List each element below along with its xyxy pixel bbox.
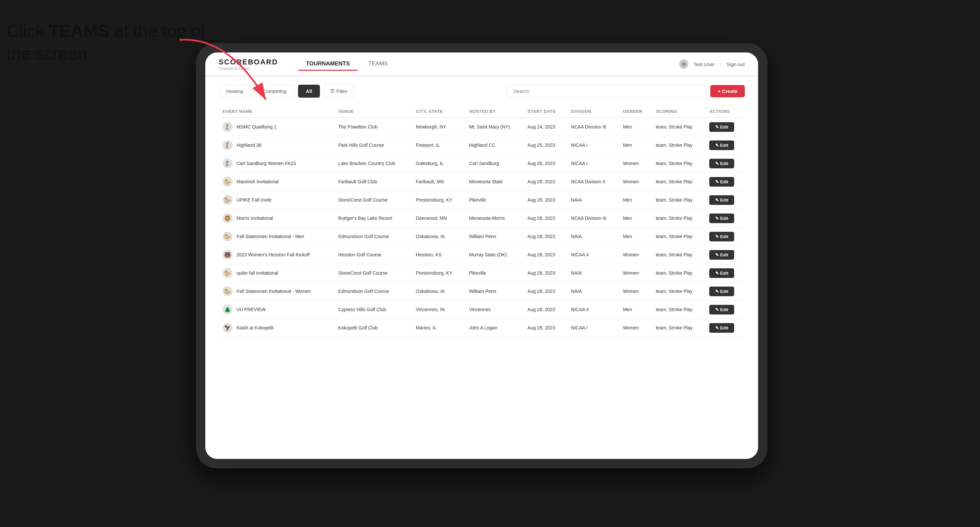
cell-city: Faribault, MN: [412, 173, 465, 191]
table-row: 🦅 Klash at Kokopelli Kokopelli Golf Club…: [219, 319, 745, 337]
cell-event-name: 🐻 2023 Women's Hesston Fall Kickoff: [219, 246, 334, 264]
settings-icon[interactable]: ⚙: [679, 59, 688, 69]
cell-hosted-by: Vincennes: [465, 300, 523, 319]
cell-division: NAIA: [567, 282, 619, 300]
col-gender: GENDER: [619, 106, 652, 117]
cell-scoring: team, Stroke Play: [652, 246, 705, 264]
cell-event-name: 🦁 Morris Invitational: [219, 209, 334, 227]
cell-start-date: Aug 28, 2023: [523, 246, 567, 264]
edit-button[interactable]: ✎ Edit: [709, 214, 734, 223]
cell-hosted-by: Mt. Saint Mary (NY): [465, 117, 523, 136]
col-actions: ACTIONS: [705, 106, 745, 117]
cell-hosted-by: Highland CC: [465, 136, 523, 154]
cell-event-name: 🏌 Carl Sandburg Women FA23: [219, 154, 334, 173]
cell-gender: Women: [619, 246, 652, 264]
cell-start-date: Aug 24, 2023: [523, 117, 567, 136]
edit-button[interactable]: ✎ Edit: [709, 122, 734, 132]
table-row: 🐻 2023 Women's Hesston Fall Kickoff Hess…: [219, 246, 745, 264]
cell-gender: Men: [619, 136, 652, 154]
cell-hosted-by: Minnesota-Morris: [465, 209, 523, 227]
cell-division: NICAA I: [567, 154, 619, 173]
cell-city: Oskaloosa, IA: [412, 227, 465, 246]
event-name-text: Maverick Invitational: [237, 179, 279, 184]
cell-gender: Women: [619, 282, 652, 300]
cell-gender: Men: [619, 300, 652, 319]
tournaments-table: EVENT NAME VENUE CITY, STATE HOSTED BY S…: [219, 106, 745, 337]
top-nav: SCOREBOARD Powered by Clippit TOURNAMENT…: [205, 52, 758, 76]
create-button[interactable]: + Create: [710, 85, 745, 97]
cell-division: NICAA I: [567, 136, 619, 154]
cell-start-date: Aug 25, 2023: [523, 136, 567, 154]
cell-hosted-by: Pikeville: [465, 191, 523, 209]
edit-button[interactable]: ✎ Edit: [709, 250, 734, 260]
event-name-text: UPIKE Fall Invite: [237, 197, 272, 203]
team-logo: 🦁: [223, 213, 232, 223]
cell-city: Vincennes, IN: [412, 300, 465, 319]
cell-start-date: Aug 28, 2023: [523, 191, 567, 209]
edit-button[interactable]: ✎ Edit: [709, 195, 734, 205]
cell-venue: Lake Bracken Country Club: [334, 154, 412, 173]
edit-button[interactable]: ✎ Edit: [709, 268, 734, 278]
cell-venue: Kokopelli Golf Club: [334, 319, 412, 337]
table-row: 🐎 upike fall invitational StoneCrest Gol…: [219, 264, 745, 282]
cell-actions: ✎ Edit: [705, 173, 745, 191]
event-name-text: Klash at Kokopelli: [237, 325, 274, 330]
filter-options-btn[interactable]: ☰ Filter: [324, 84, 354, 98]
cell-scoring: team, Stroke Play: [652, 319, 705, 337]
cell-actions: ✎ Edit: [705, 191, 745, 209]
cell-hosted-by: Pikeville: [465, 264, 523, 282]
cell-division: NCAA Division III: [567, 117, 619, 136]
cell-scoring: team, Stroke Play: [652, 209, 705, 227]
table-row: 🏌 Carl Sandburg Women FA23 Lake Bracken …: [219, 154, 745, 173]
cell-scoring: team, Stroke Play: [652, 264, 705, 282]
col-start-date: START DATE: [523, 106, 567, 117]
cell-scoring: team, Stroke Play: [652, 154, 705, 173]
table-row: 🏌 Highland 36 Park Hills Golf Course Fre…: [219, 136, 745, 154]
edit-button[interactable]: ✎ Edit: [709, 140, 734, 150]
cell-venue: Faribault Golf Club: [334, 173, 412, 191]
cell-event-name: 🦅 Klash at Kokopelli: [219, 319, 334, 337]
edit-button[interactable]: ✎ Edit: [709, 305, 734, 314]
all-filter-btn[interactable]: All: [298, 85, 320, 98]
cell-city: Freeport, IL: [412, 136, 465, 154]
cell-actions: ✎ Edit: [705, 246, 745, 264]
cell-division: NCAA Division III: [567, 209, 619, 227]
team-logo: 🏌: [223, 159, 232, 168]
edit-button[interactable]: ✎ Edit: [709, 232, 734, 241]
cell-hosted-by: William Penn: [465, 227, 523, 246]
event-name-text: upike fall invitational: [237, 270, 278, 276]
cell-venue: Ruttger's Bay Lake Resort: [334, 209, 412, 227]
event-name-text: 2023 Women's Hesston Fall Kickoff: [237, 252, 310, 257]
search-input[interactable]: [507, 85, 706, 98]
tab-teams[interactable]: TEAMS: [360, 58, 396, 71]
edit-button[interactable]: ✎ Edit: [709, 177, 734, 187]
cell-event-name: 🐎 UPIKE Fall Invite: [219, 191, 334, 209]
cell-division: NICAA I: [567, 319, 619, 337]
edit-button[interactable]: ✎ Edit: [709, 323, 734, 333]
cell-division: NAIA: [567, 191, 619, 209]
cell-division: NICAA II: [567, 246, 619, 264]
tab-tournaments[interactable]: TOURNAMENTS: [298, 58, 358, 71]
cell-actions: ✎ Edit: [705, 319, 745, 337]
cell-venue: The Powelton Club: [334, 117, 412, 136]
filter-bar: Hosting Competing All ☰ Filter + Create: [219, 84, 745, 98]
sign-out-link[interactable]: Sign out: [727, 62, 745, 67]
edit-button[interactable]: ✎ Edit: [709, 159, 734, 168]
edit-button[interactable]: ✎ Edit: [709, 287, 734, 296]
cell-city: Marion, IL: [412, 319, 465, 337]
cell-gender: Women: [619, 319, 652, 337]
cell-start-date: Aug 28, 2023: [523, 282, 567, 300]
cell-start-date: Aug 28, 2023: [523, 227, 567, 246]
cell-hosted-by: William Penn: [465, 282, 523, 300]
cell-event-name: 🌲 VU PREVIEW: [219, 300, 334, 319]
event-name-text: Morris Invitational: [237, 216, 273, 221]
cell-event-name: 🏌 Highland 36: [219, 136, 334, 154]
team-logo: 🦅: [223, 323, 232, 333]
event-name-text: Fall Statesmen Invitational - Men: [237, 234, 304, 239]
search-box[interactable]: [507, 85, 706, 98]
event-name-text: Carl Sandburg Women FA23: [237, 161, 296, 166]
event-name-text: Fall Statesmen Invitational - Women: [237, 289, 311, 294]
cell-hosted-by: Carl Sandburg: [465, 154, 523, 173]
cell-actions: ✎ Edit: [705, 264, 745, 282]
cell-gender: Men: [619, 117, 652, 136]
